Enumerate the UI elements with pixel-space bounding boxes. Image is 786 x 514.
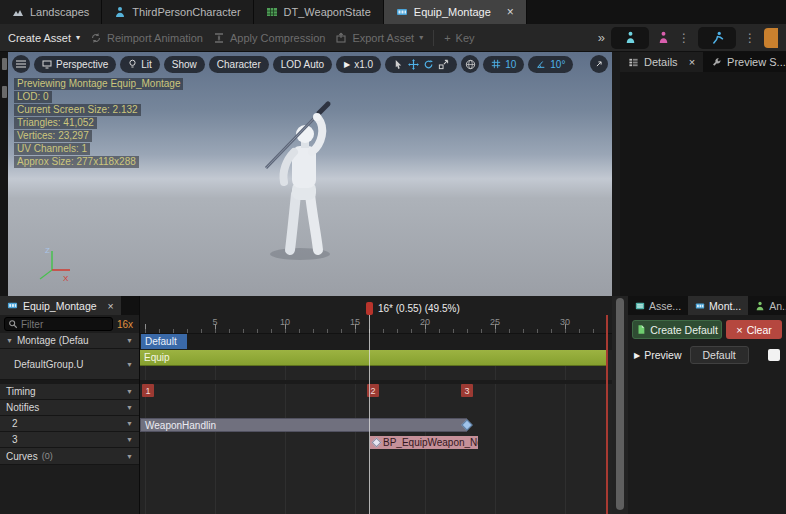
key-label: Key [456, 32, 475, 44]
preview-character-button[interactable] [698, 27, 736, 49]
track-row-defaultgroup[interactable]: DefaultGroup.U ▼ [0, 349, 139, 380]
chevron-down-icon[interactable]: ▼ [126, 404, 133, 411]
close-icon[interactable]: × [507, 6, 514, 18]
viewport[interactable]: Perspective Lit Show Character LOD Auto … [8, 52, 612, 296]
playback-speed-button[interactable]: ▶ x1.0 [336, 56, 381, 73]
track-row-timing[interactable]: Timing ▼ [0, 384, 139, 400]
create-asset-button[interactable]: Create Asset ▾ [8, 32, 80, 44]
grid-snap-button[interactable]: 10 [483, 56, 524, 73]
animation-icon [755, 301, 765, 311]
montage-section-bar[interactable]: Equip [140, 350, 606, 366]
chevron-down-icon[interactable]: ▼ [126, 388, 133, 395]
clipped-toolbar-button[interactable] [764, 28, 778, 48]
maximize-icon [594, 59, 604, 69]
montage-timeline[interactable]: 5 10 15 20 25 30 Default Equip 1 2 3 Wea… [140, 296, 612, 514]
notify-marker[interactable]: BP_EquipWeapon_Not [370, 436, 478, 449]
track-row-montage[interactable]: ▼ Montage (Defau ▼ [0, 333, 139, 349]
tab-dt-weaponstate[interactable]: DT_WeaponState [254, 0, 384, 24]
viewport-menu-button[interactable] [12, 55, 30, 73]
track-row-curves[interactable]: Curves (0) ▼ [0, 448, 139, 465]
chevron-down-icon[interactable]: ▼ [126, 436, 133, 443]
tab-equip-montage[interactable]: Equip_Montage × [384, 0, 527, 24]
maximize-viewport-button[interactable] [590, 55, 608, 73]
notify-state-bar[interactable]: WeaponHandlin [140, 418, 467, 432]
tab-anim[interactable]: An... [748, 296, 786, 315]
grid-snap-value: 10 [505, 59, 516, 70]
toolbar-right-group: » ⋮ ⋮ [598, 27, 778, 49]
globe-icon[interactable] [461, 55, 479, 73]
track-row-notify-2[interactable]: 2 ▼ [0, 416, 139, 432]
rotation-snap-button[interactable]: 10° [528, 56, 573, 73]
angle-snap-icon [536, 59, 546, 69]
close-icon[interactable]: × [108, 300, 114, 312]
tab-preview-scene-settings[interactable]: Preview S... [703, 52, 786, 72]
apply-compression-label: Apply Compression [230, 32, 325, 44]
mannequin-preview[interactable] [248, 94, 358, 264]
cursor-icon[interactable] [393, 59, 404, 70]
character-pink-icon[interactable] [657, 31, 670, 44]
reimport-animation-button[interactable]: Reimport Animation [90, 32, 203, 44]
move-tool-icon[interactable] [408, 59, 419, 70]
scale-tool-icon[interactable] [438, 59, 449, 70]
track-row-notify-3[interactable]: 3 ▼ [0, 432, 139, 448]
kebab-menu-icon[interactable]: ⋮ [678, 31, 690, 45]
kebab-menu-icon[interactable]: ⋮ [744, 31, 756, 45]
clear-button[interactable]: × Clear [726, 320, 782, 339]
tab-label: DT_WeaponState [284, 6, 371, 18]
create-default-button[interactable]: Create Default [632, 320, 722, 339]
show-button[interactable]: Show [164, 56, 205, 73]
sequence-end-line[interactable] [606, 315, 608, 514]
tab-equip-montage-document[interactable]: Equip_Montage × [0, 296, 121, 315]
default-section-button[interactable]: Default [690, 346, 749, 364]
rotate-tool-icon[interactable] [423, 59, 434, 70]
tab-landscapes[interactable]: Landscapes [0, 0, 102, 24]
apply-compression-button[interactable]: Apply Compression [213, 32, 325, 44]
slot-track-chip[interactable]: Default [141, 334, 187, 349]
color-swatch[interactable] [768, 349, 780, 361]
playhead-marker[interactable] [366, 302, 373, 315]
collapsed-tab-icon[interactable] [2, 86, 7, 98]
document-plus-icon [636, 324, 646, 335]
section-marker-3[interactable]: 3 [461, 384, 473, 397]
lod-button[interactable]: LOD Auto [273, 56, 332, 73]
notify-diamond-icon [372, 438, 382, 448]
character-menu-button[interactable]: Character [209, 56, 269, 73]
viewport-toolbar: Perspective Lit Show Character LOD Auto … [12, 55, 608, 73]
chevron-down-icon[interactable]: ▼ [126, 337, 133, 344]
export-asset-label: Export Asset [352, 32, 414, 44]
chevron-down-icon: ▾ [419, 33, 423, 42]
chevron-down-icon[interactable]: ▼ [126, 453, 133, 460]
montage-sections-panel: Asse... Mont... An... Create Default × C… [628, 296, 786, 514]
track-row-notifies[interactable]: Notifies ▼ [0, 400, 139, 416]
filter-input[interactable] [21, 319, 109, 330]
curves-count: (0) [42, 451, 53, 461]
timeline-ruler[interactable]: 5 10 15 20 25 30 [140, 296, 612, 334]
skeleton-tree-button[interactable] [611, 27, 649, 49]
vertical-splitter[interactable] [612, 52, 620, 296]
clear-x-icon: × [736, 324, 742, 336]
export-asset-button[interactable]: Export Asset ▾ [335, 32, 423, 44]
track-row-label: 2 [12, 418, 18, 429]
tab-details[interactable]: Details × [620, 52, 703, 72]
compression-icon [213, 32, 225, 44]
section-marker-1[interactable]: 1 [142, 384, 154, 397]
tab-montage-sections[interactable]: Mont... [688, 296, 748, 315]
tab-label: ThirdPersonCharacter [132, 6, 240, 18]
perspective-button[interactable]: Perspective [34, 56, 116, 73]
scrollbar-thumb[interactable] [616, 298, 624, 510]
preview-button[interactable]: ▶ Preview [634, 349, 682, 361]
overflow-chevrons-icon[interactable]: » [598, 30, 603, 45]
preview-tab-label: Preview S... [727, 56, 786, 68]
chevron-down-icon[interactable]: ▼ [126, 420, 133, 427]
close-icon[interactable]: × [689, 56, 695, 68]
timeline-scrollbar[interactable] [612, 296, 628, 514]
tab-thirdpersoncharacter[interactable]: ThirdPersonCharacter [102, 0, 253, 24]
track-row-label: 3 [12, 434, 18, 445]
add-key-button[interactable]: + Key [444, 32, 474, 44]
montage-icon [695, 301, 705, 311]
collapsed-tab-icon[interactable] [2, 58, 7, 70]
chevron-down-icon[interactable]: ▼ [126, 361, 133, 368]
lit-button[interactable]: Lit [120, 56, 160, 73]
tab-asset-browser[interactable]: Asse... [628, 296, 688, 315]
axis-gizmo: Z X [30, 244, 76, 286]
